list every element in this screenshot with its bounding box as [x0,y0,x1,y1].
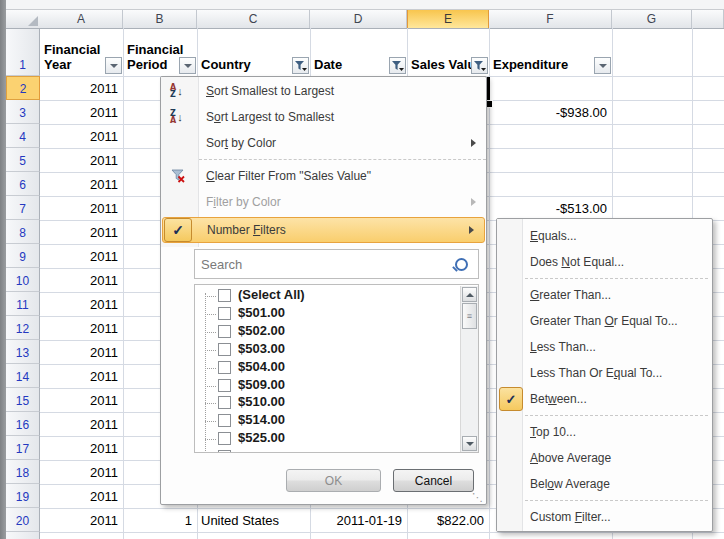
row-header-12[interactable]: 12 [6,316,40,340]
value-checkbox[interactable] [218,379,231,392]
column-header-F[interactable]: F [489,10,612,28]
cell-A3[interactable]: 2011 [40,100,118,124]
value-checkbox[interactable] [218,343,231,356]
value-checkbox[interactable] [218,450,231,453]
cancel-button[interactable]: Cancel [393,469,474,492]
row-header-1[interactable]: 1 [6,28,40,76]
value-checkbox[interactable] [218,396,231,409]
select-all-corner[interactable] [6,10,41,29]
cell-A17[interactable]: 2011 [40,436,118,460]
submenu-item-custom-filter[interactable]: Custom Filter... [497,504,712,530]
cell-E20[interactable]: $822.00 [407,508,484,532]
cell-A8[interactable]: 2011 [40,220,118,244]
cell-A6[interactable]: 2011 [40,172,118,196]
row-header-13[interactable]: 13 [6,340,40,364]
row-header-20[interactable]: 20 [6,508,40,532]
cell-A18[interactable]: 2011 [40,460,118,484]
row-header-7[interactable]: 7 [6,196,40,220]
cell-A16[interactable]: 2011 [40,412,118,436]
cell-A12[interactable]: 2011 [40,316,118,340]
submenu-item-top-10[interactable]: Top 10... [497,419,712,445]
submenu-item-between[interactable]: Between...✓ [497,386,712,412]
cell-A10[interactable]: 2011 [40,268,118,292]
value-checkbox[interactable] [218,307,231,320]
header-cell-C1[interactable]: Country [197,28,310,76]
filter-button-E[interactable] [471,57,488,74]
list-scrollbar[interactable]: ≡ [460,286,478,452]
row-header-21[interactable]: 21 [6,532,40,539]
filter-button-A[interactable] [105,57,122,74]
ok-button[interactable]: OK [286,469,381,492]
row-header-10[interactable]: 10 [6,268,40,292]
row-header-4[interactable]: 4 [6,124,40,148]
filter-values-list[interactable]: (Select All)$501.00$502.00$503.00$504.00… [194,284,479,453]
submenu-item-does-not-equal[interactable]: Does Not Equal... [497,249,712,275]
row-header-6[interactable]: 6 [6,172,40,196]
menu-item-number-filters[interactable]: Number Filters [162,217,485,243]
cell-D20[interactable]: 2011-01-19 [310,508,402,532]
row-header-11[interactable]: 11 [6,292,40,316]
filter-button-B[interactable] [179,57,196,74]
submenu-item-less-than[interactable]: Less Than... [497,334,712,360]
menu-item-sort-by-color[interactable]: Sort by Color [161,130,486,156]
cell-A11[interactable]: 2011 [40,292,118,316]
header-cell-E1[interactable]: Sales Value [407,28,489,76]
submenu-item-greater-than[interactable]: Greater Than... [497,282,712,308]
cell-A19[interactable]: 2011 [40,484,118,508]
filter-button-C[interactable] [292,57,309,74]
filter-button-D[interactable] [389,57,406,74]
column-header-E[interactable]: E [407,10,489,28]
cell-A2[interactable]: 2011 [40,76,118,100]
cell-A4[interactable]: 2011 [40,124,118,148]
value-checkbox[interactable] [218,289,231,302]
menu-item-sort-smallest-to-largest[interactable]: AZ↓Sort Smallest to Largest [161,78,486,104]
column-header-C[interactable]: C [197,10,310,28]
scroll-down-button[interactable] [462,436,477,451]
row-header-2[interactable]: 2 [6,76,40,100]
row-header-5[interactable]: 5 [6,148,40,172]
value-checkbox[interactable] [218,325,231,338]
submenu-item-below-average[interactable]: Below Average [497,471,712,497]
resize-grip[interactable]: ⋱ [472,492,483,503]
row-header-19[interactable]: 19 [6,484,40,508]
filter-button-F[interactable] [594,57,611,74]
row-header-15[interactable]: 15 [6,388,40,412]
cell-A13[interactable]: 2011 [40,340,118,364]
search-input[interactable] [195,250,478,278]
value-checkbox[interactable] [218,361,231,374]
cell-C20[interactable]: United States [201,508,310,532]
cell-A14[interactable]: 2011 [40,364,118,388]
cell-F7[interactable]: -$513.00 [489,196,607,220]
menu-item-filter-by-color[interactable]: Filter by Color [161,189,486,215]
row-header-9[interactable]: 9 [6,244,40,268]
scroll-thumb[interactable]: ≡ [462,303,477,329]
value-checkbox[interactable] [218,432,231,445]
column-header-G[interactable]: G [612,10,692,28]
cell-A9[interactable]: 2011 [40,244,118,268]
scroll-up-button[interactable] [462,287,477,302]
header-cell-A1[interactable]: Financial Year [40,28,123,76]
value-checkbox[interactable] [218,414,231,427]
column-header-partial[interactable] [692,10,724,28]
menu-item-clear-filter[interactable]: Clear Filter From "Sales Value" [161,163,486,189]
header-cell-D1[interactable]: Date [310,28,407,76]
submenu-item-equals[interactable]: Equals... [497,223,712,249]
submenu-item-greater-than-or-equal-to[interactable]: Greater Than Or Equal To... [497,308,712,334]
header-cell-B1[interactable]: Financial Period [123,28,197,76]
cell-A20[interactable]: 2011 [40,508,118,532]
row-header-3[interactable]: 3 [6,100,40,124]
column-header-B[interactable]: B [123,10,197,28]
cell-F3[interactable]: -$938.00 [489,100,607,124]
row-header-14[interactable]: 14 [6,364,40,388]
row-header-16[interactable]: 16 [6,412,40,436]
cell-A15[interactable]: 2011 [40,388,118,412]
menu-item-sort-largest-to-smallest[interactable]: ZA↓Sort Largest to Smallest [161,104,486,130]
header-cell-F1[interactable]: Expenditure [489,28,612,76]
column-header-A[interactable]: A [40,10,123,28]
submenu-item-above-average[interactable]: Above Average [497,445,712,471]
row-header-17[interactable]: 17 [6,436,40,460]
submenu-item-less-than-or-equal-to[interactable]: Less Than Or Equal To... [497,360,712,386]
row-header-18[interactable]: 18 [6,460,40,484]
cell-A5[interactable]: 2011 [40,148,118,172]
column-header-D[interactable]: D [310,10,407,28]
